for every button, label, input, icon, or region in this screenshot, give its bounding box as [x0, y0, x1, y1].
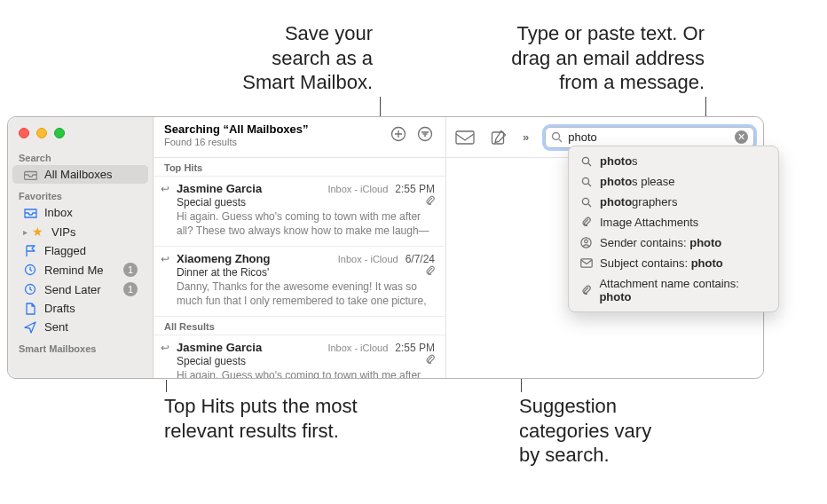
attachment-icon: [425, 265, 435, 276]
callout-top-hits: Top Hits puts the most relevant results …: [164, 394, 413, 443]
suggestion-text: photos: [600, 154, 638, 168]
suggestion-text: photographers: [600, 195, 677, 209]
search-icon: [579, 156, 593, 167]
search-suggestions: photos photos please photographers Image…: [568, 146, 779, 312]
message-date: 2:55 PM: [395, 342, 435, 354]
sidebar-item-vips[interactable]: ▸ ★ VIPs: [12, 222, 148, 241]
sidebar-label: Flagged: [44, 244, 86, 257]
replied-icon: ↩: [161, 342, 169, 354]
save-smart-mailbox-button[interactable]: [387, 124, 410, 144]
svg-rect-0: [24, 171, 36, 179]
zoom-button[interactable]: [54, 128, 65, 138]
message-sender: Xiaomeng Zhong: [177, 252, 338, 265]
suggestion-item[interactable]: Sender contains: photo: [569, 232, 778, 253]
search-input[interactable]: [566, 130, 735, 145]
callout-smart-mailbox: Save your search as a Smart Mailbox.: [186, 21, 373, 95]
suggestion-item[interactable]: photographers: [569, 192, 778, 212]
sidebar-label: Remind Me: [44, 264, 103, 277]
person-icon: [579, 237, 593, 248]
replied-icon: ↩: [161, 253, 169, 265]
window-controls: [8, 122, 153, 146]
message-preview: Danny, Thanks for the awesome evening! I…: [177, 280, 435, 309]
disclosure-icon[interactable]: ▸: [23, 227, 28, 237]
sidebar-label: VIPs: [51, 225, 75, 239]
suggestion-text: Attachment name contains: photo: [599, 277, 768, 303]
clear-search-button[interactable]: ✕: [735, 130, 748, 144]
message-date: 6/7/24: [406, 253, 435, 265]
message-row[interactable]: ↩ Jasmine Garcia Inbox - iCloud 2:55 PM …: [154, 177, 445, 247]
message-sender: Jasmine Garcia: [177, 341, 327, 354]
search-icon: [579, 177, 593, 187]
mail-icon: [579, 258, 593, 268]
sidebar-item-flagged[interactable]: Flagged: [12, 241, 148, 260]
suggestion-item[interactable]: photos: [569, 151, 778, 171]
section-all-results: All Results: [154, 317, 445, 335]
inbox-icon: [23, 208, 37, 218]
flag-icon: [23, 245, 37, 257]
message-preview: Hi again. Guess who's coming to town wit…: [177, 369, 435, 378]
sidebar-item-drafts[interactable]: Drafts: [12, 299, 148, 318]
callout-suggestions: Suggestion categories vary by search.: [519, 394, 714, 468]
more-toolbar-button[interactable]: »: [523, 130, 529, 144]
svg-point-9: [582, 177, 588, 184]
message-subject: Special guests: [177, 355, 420, 367]
filter-button[interactable]: [414, 124, 437, 144]
callout-line: [705, 97, 706, 116]
archive-button[interactable]: [455, 130, 475, 145]
message-mailbox: Inbox - iCloud: [327, 184, 388, 194]
search-icon: [579, 197, 593, 208]
badge: 1: [123, 263, 138, 277]
star-icon: ★: [30, 224, 44, 239]
message-list-pane: Searching “All Mailboxes” Found 16 resul…: [154, 117, 446, 378]
message-mailbox: Inbox - iCloud: [327, 343, 388, 353]
suggestion-item[interactable]: photos please: [569, 171, 778, 192]
clock-icon: [23, 264, 37, 276]
sidebar-item-send-later[interactable]: Send Later 1: [12, 280, 148, 299]
compose-button[interactable]: [491, 130, 507, 146]
attachment-icon: [425, 195, 435, 206]
callout-type-drag: Type or paste text. Or drag an email add…: [403, 21, 705, 95]
message-subject: Dinner at the Ricos': [177, 266, 420, 279]
message-subject: Special guests: [177, 196, 420, 209]
badge: 1: [123, 282, 138, 296]
callout-line: [166, 380, 167, 392]
sidebar-label: Inbox: [44, 206, 73, 219]
suggestion-text: Image Attachments: [600, 216, 698, 229]
sidebar-item-sent[interactable]: Sent: [12, 318, 148, 336]
svg-point-10: [582, 198, 588, 204]
sidebar-heading-smart: Smart Mailboxes: [8, 336, 153, 356]
minimize-button[interactable]: [36, 128, 47, 138]
sidebar-heading-favorites: Favorites: [8, 184, 153, 203]
suggestion-item[interactable]: Subject contains: photo: [569, 253, 778, 273]
sidebar-label: Drafts: [44, 302, 75, 315]
message-date: 2:55 PM: [395, 183, 435, 195]
sidebar-item-inbox[interactable]: Inbox: [12, 203, 148, 222]
paper-plane-icon: [23, 321, 37, 334]
replied-icon: ↩: [161, 183, 169, 195]
list-header: Searching “All Mailboxes” Found 16 resul…: [154, 117, 445, 158]
sidebar-heading-search: Search: [8, 146, 153, 165]
search-icon: [551, 131, 563, 143]
suggestion-item[interactable]: Attachment name contains: photo: [569, 273, 778, 307]
svg-point-12: [585, 240, 588, 243]
clock-icon: [23, 283, 37, 295]
sidebar-label: Send Later: [44, 283, 101, 296]
svg-point-8: [582, 157, 588, 163]
sidebar: Search All Mailboxes Favorites Inbox ▸ ★…: [8, 117, 154, 378]
message-row[interactable]: ↩ Xiaomeng Zhong Inbox - iCloud 6/7/24 D…: [154, 247, 445, 317]
message-row[interactable]: ↩ Jasmine Garcia Inbox - iCloud 2:55 PM …: [154, 335, 445, 378]
close-button[interactable]: [19, 128, 29, 138]
svg-rect-5: [456, 131, 474, 144]
sidebar-label: All Mailboxes: [44, 168, 113, 181]
sidebar-item-remind-me[interactable]: Remind Me 1: [12, 260, 148, 280]
message-sender: Jasmine Garcia: [177, 182, 327, 195]
attachment-icon: [425, 354, 435, 365]
document-icon: [23, 303, 37, 315]
attachment-icon: [579, 285, 592, 296]
list-title: Searching “All Mailboxes”: [164, 122, 383, 136]
suggestion-item[interactable]: Image Attachments: [569, 212, 778, 232]
sidebar-item-all-mailboxes[interactable]: All Mailboxes: [12, 165, 148, 184]
search-field[interactable]: ✕: [545, 127, 754, 148]
message-mailbox: Inbox - iCloud: [338, 254, 398, 264]
suggestion-text: Subject contains: photo: [600, 256, 723, 270]
